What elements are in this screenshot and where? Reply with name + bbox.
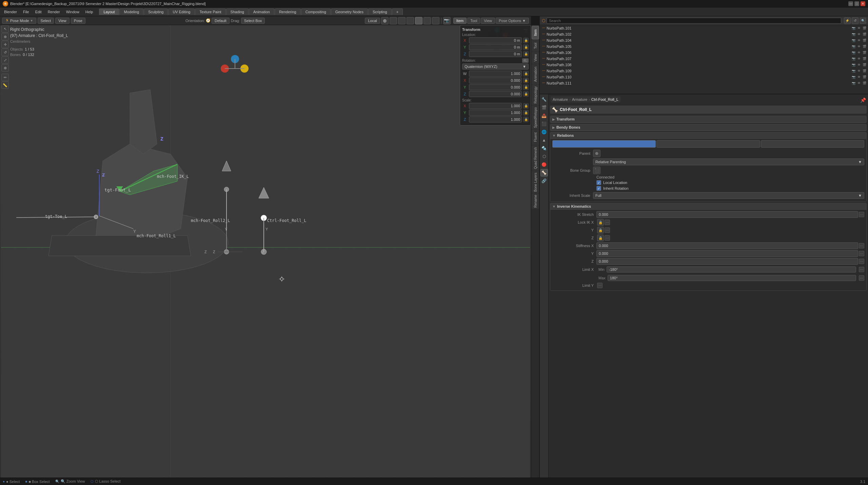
workspace-tab-rendering[interactable]: Rendering [275, 8, 301, 15]
breadcrumb-item-armature[interactable]: Armature [553, 97, 568, 101]
scale-y-lock[interactable]: 🔒 [523, 110, 529, 115]
lock-ik-y-icon[interactable]: 🔒 [597, 227, 604, 234]
outliner-row-nurbspath105[interactable]: 〰 NurbsPath.105 📷 👁 🎬 [540, 43, 868, 50]
camera-restrict-icon7[interactable]: 📷 [851, 62, 856, 67]
pose-mode-select[interactable]: Select [38, 18, 54, 24]
snap-button[interactable]: ⊕ [381, 17, 389, 24]
visibility-icon-row9[interactable]: 👁 [856, 75, 861, 79]
pivot-dropdown[interactable]: Local [365, 18, 380, 24]
measure-tool[interactable]: 📏 [1, 81, 9, 89]
visibility-icon-row5[interactable]: 👁 [856, 50, 861, 55]
render-restrict-icon7[interactable]: 🎬 [862, 62, 867, 67]
scale-x-field[interactable]: 1.000 [469, 103, 522, 109]
3d-scene[interactable]: tgt-Foot_L Ctrl-Foot_Roll_L mch-Foot_Rol… [0, 25, 531, 478]
render-restrict-icon9[interactable]: 🎬 [862, 75, 867, 79]
bendy-bones-section-header[interactable]: ▶ Bendy Bones [550, 124, 866, 131]
camera-restrict-icon2[interactable]: 📷 [851, 32, 856, 37]
transform-section-header[interactable]: ▶ Transform [550, 116, 866, 123]
lock-ik-y-expand[interactable]: ⋯ [605, 227, 610, 233]
rotate-tool[interactable]: ↺ [1, 49, 9, 56]
stiffness-z-expand[interactable]: ⋯ [859, 259, 864, 264]
camera-restrict-icon5[interactable]: 📷 [851, 50, 856, 55]
outliner-row-nurbspath107[interactable]: 〰 NurbsPath.107 📷 👁 🎬 [540, 56, 868, 62]
visibility-icon-row6[interactable]: 👁 [856, 56, 861, 61]
stiffness-x-field[interactable]: 0.000 [596, 242, 858, 249]
menu-item-help[interactable]: Help [83, 9, 96, 15]
workspace-tab-animation[interactable]: Animation [249, 8, 274, 15]
bonelayers-side-tab[interactable]: Bone Layers [532, 171, 539, 193]
location-z-field[interactable]: 0 m [469, 51, 522, 57]
outliner-filter-button[interactable]: ⚡ [844, 17, 851, 24]
workspace-tab-uv[interactable]: UV Editing [168, 8, 195, 15]
lock-ik-x-icon[interactable]: 🔒 [597, 219, 604, 226]
outliner-row-nurbspath106[interactable]: 〰 NurbsPath.106 📷 👁 🎬 [540, 50, 868, 56]
lock-ik-x-expand[interactable]: ⋯ [605, 220, 610, 225]
orientation-dropdown[interactable]: Default [212, 18, 230, 24]
camera-restrict-icon6[interactable]: 📷 [851, 56, 856, 61]
viewport-solid-button[interactable] [415, 17, 422, 24]
rotation-z-lock[interactable]: 🔒 [523, 91, 529, 97]
workspace-tab-compositing[interactable]: Compositing [301, 8, 331, 15]
bone-group-color-btn[interactable]: ⬛ [593, 167, 600, 174]
stiffness-x-expand[interactable]: ⋯ [859, 243, 864, 248]
view-tab[interactable]: View [481, 18, 495, 24]
workspace-tab-shading[interactable]: Shading [226, 8, 249, 15]
rotation-y-field[interactable]: 0.000 [469, 84, 522, 90]
outliner-sync-button[interactable]: ↺ [852, 17, 859, 24]
move-tool[interactable]: ✛ [1, 41, 9, 48]
min-value-field[interactable]: -180° [607, 266, 856, 273]
local-location-checkbox[interactable] [596, 180, 601, 185]
rotation-mode-dropdown[interactable]: Quaternion (WXYZ) ▼ [462, 63, 529, 70]
physics-props-btn[interactable]: 🔴 [540, 161, 548, 168]
outliner-row-nurbspath108[interactable]: 〰 NurbsPath.108 📷 👁 🎬 [540, 62, 868, 68]
render-restrict-icon3[interactable]: 🎬 [862, 38, 867, 43]
outliner-row-nurbspath101[interactable]: 〰 NurbsPath.101 📷 👁 🎬 [540, 25, 868, 31]
transform-tool[interactable]: ⊕ [1, 64, 9, 72]
props-pin-button[interactable]: 📌 [860, 97, 866, 103]
max-expand[interactable]: ⋯ [859, 275, 864, 281]
rotation-x-lock[interactable]: 🔒 [523, 78, 529, 83]
main-viewport[interactable]: tgt-Foot_L Ctrl-Foot_Roll_L mch-Foot_Rol… [0, 25, 531, 478]
camera-restrict-icon[interactable]: 📷 [851, 26, 856, 31]
show-overlay-button[interactable] [398, 17, 406, 24]
visibility-icon-row2[interactable]: 👁 [856, 32, 861, 37]
render-props-btn[interactable]: 🎬 [540, 104, 548, 111]
view-layer-props-btn[interactable]: ⬛ [540, 120, 548, 128]
particle-props-btn[interactable]: ⬡ [540, 153, 548, 160]
rotation-y-lock[interactable]: 🔒 [523, 85, 529, 90]
location-y-lock[interactable]: 🔒 [523, 44, 529, 50]
lock-ik-z-expand[interactable]: ⋯ [605, 235, 610, 241]
retopology-side-tab[interactable]: Retopology [532, 85, 539, 105]
close-button[interactable]: ✕ [861, 1, 865, 6]
visibility-icon-row4[interactable]: 👁 [856, 44, 861, 49]
outliner-row-nurbspath110[interactable]: 〰 NurbsPath.110 📷 👁 🎬 [540, 74, 868, 80]
rename-side-tab[interactable]: Rename [532, 193, 539, 209]
location-x-lock[interactable]: 🔒 [523, 38, 529, 43]
viewport-material-button[interactable] [423, 17, 431, 24]
visibility-icon-row7[interactable]: 👁 [856, 62, 861, 67]
visibility-icon-row10[interactable]: 👁 [856, 81, 861, 86]
fluent-side-tab[interactable]: Fluent [532, 130, 539, 145]
bone-props-btn[interactable]: 🦴 [540, 169, 548, 176]
drag-dropdown[interactable]: Select Box [241, 18, 265, 24]
render-restrict-icon[interactable]: 🎬 [862, 26, 867, 31]
visibility-icon-row8[interactable]: 👁 [856, 69, 861, 73]
max-value-field[interactable]: 180° [608, 275, 856, 281]
limit-y-expand[interactable]: ⋯ [597, 283, 603, 288]
minimize-button[interactable]: — [848, 1, 853, 6]
visibility-icon-row[interactable]: 👁 [856, 26, 861, 31]
viewport-render-button[interactable] [432, 17, 439, 24]
menu-item-window[interactable]: Window [63, 9, 82, 15]
outliner-row-nurbspath109[interactable]: 〰 NurbsPath.109 📷 👁 🎬 [540, 68, 868, 74]
scale-y-field[interactable]: 1.000 [469, 110, 522, 116]
stiffness-y-field[interactable]: 0.000 [596, 250, 858, 257]
outliner-row-nurbspath111[interactable]: 〰 NurbsPath.111 📷 👁 🎬 [540, 80, 868, 86]
speedretopo-side-tab[interactable]: SpeedRetopo [532, 106, 539, 129]
ik-section-header[interactable]: ▼ Inverse Kinematics [550, 203, 866, 210]
bone-name-input[interactable] [560, 107, 865, 112]
outliner-filter-icon-button[interactable]: 🔍 [860, 18, 866, 24]
rotation-w-lock[interactable]: 🔒 [523, 71, 529, 76]
pose-mode-dropdown[interactable]: 🏃 Pose Mode ▼ [2, 18, 36, 24]
constraint-props-btn[interactable]: 🔗 [540, 177, 548, 185]
pose-mode-pose[interactable]: Pose [71, 18, 85, 24]
